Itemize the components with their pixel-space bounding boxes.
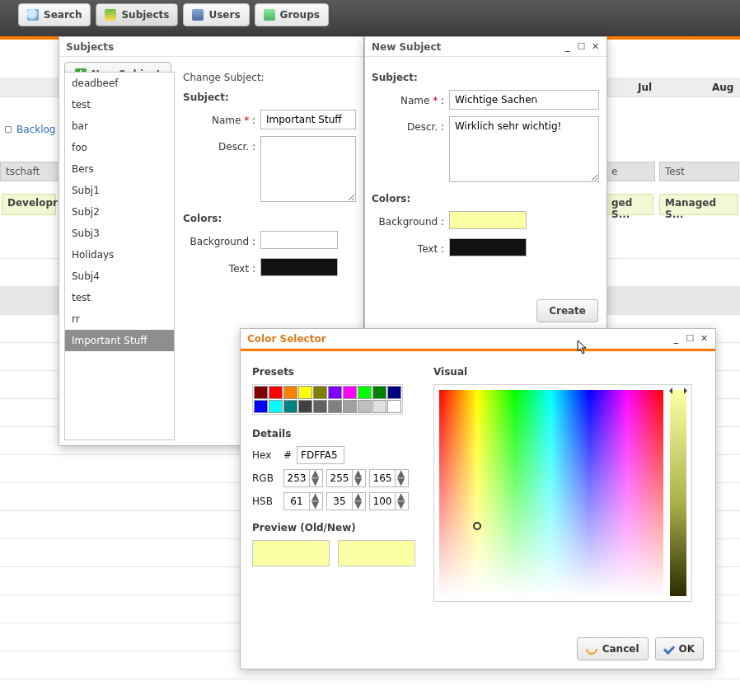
- subject-item[interactable]: deadbeef: [65, 73, 174, 94]
- value-strip[interactable]: [670, 390, 686, 596]
- subject-item[interactable]: Important Stuff: [65, 330, 174, 351]
- subjects-title: Subjects: [66, 41, 114, 53]
- chip-dev[interactable]: Developr: [2, 194, 56, 215]
- bg-swatch[interactable]: [260, 231, 338, 249]
- ns-text-swatch[interactable]: [449, 238, 527, 256]
- preset-grid[interactable]: [252, 384, 403, 415]
- hsb-b-stepper[interactable]: ▲▼: [369, 492, 409, 510]
- subject-list[interactable]: deadbeeftestbarfooBersSubj1Subj2Subj3Hol…: [64, 72, 175, 440]
- groups-button[interactable]: Groups: [255, 3, 329, 26]
- preset-swatch[interactable]: [313, 400, 327, 413]
- hex-label: Hex: [252, 449, 280, 461]
- ns-bg-label: Background :: [372, 211, 449, 228]
- subjects-button[interactable]: Subjects: [96, 3, 178, 26]
- cs-maximize-icon[interactable]: ☐: [686, 334, 695, 343]
- new-subject-form: Subject: Name * : Descr. : Colors: Backg…: [365, 57, 607, 269]
- groups-label: Groups: [280, 9, 320, 21]
- subject-item[interactable]: test: [65, 94, 174, 115]
- change-subject-heading: Change Subject:: [183, 72, 357, 83]
- subject-item[interactable]: bar: [65, 115, 174, 137]
- preset-swatch[interactable]: [372, 386, 386, 399]
- cs-minimize-icon[interactable]: _: [672, 334, 681, 343]
- preset-swatch[interactable]: [254, 386, 268, 399]
- preset-swatch[interactable]: [328, 386, 342, 399]
- chip-ms1[interactable]: ged S...: [606, 194, 653, 215]
- subject-item[interactable]: foo: [65, 137, 174, 158]
- hsb-s-stepper[interactable]: ▲▼: [326, 492, 366, 510]
- preset-swatch[interactable]: [283, 400, 297, 413]
- ok-button[interactable]: OK: [655, 637, 705, 660]
- rgb-label: RGB: [252, 472, 280, 484]
- preset-swatch[interactable]: [269, 386, 283, 399]
- users-label: Users: [208, 9, 240, 21]
- preset-swatch[interactable]: [358, 386, 372, 399]
- month-aug: Aug: [712, 82, 733, 93]
- preset-swatch[interactable]: [269, 400, 283, 413]
- preset-swatch[interactable]: [283, 386, 297, 399]
- crumb-box-icon: [5, 126, 12, 133]
- hash-label: #: [283, 449, 293, 461]
- maximize-icon[interactable]: ☐: [577, 42, 586, 51]
- hsb-label: HSB: [252, 496, 280, 507]
- cs-close-icon[interactable]: ✕: [700, 334, 709, 343]
- preset-swatch[interactable]: [358, 400, 372, 413]
- subject-item[interactable]: Bers: [65, 158, 174, 180]
- preset-swatch[interactable]: [343, 386, 357, 399]
- breadcrumb[interactable]: Backlog: [5, 124, 55, 135]
- ns-text-label: Text :: [372, 238, 449, 255]
- visual-area[interactable]: [433, 384, 692, 602]
- preset-swatch[interactable]: [328, 400, 342, 413]
- rgb-g-stepper[interactable]: ▲▼: [326, 469, 366, 487]
- col-head-2: Test: [659, 162, 739, 181]
- text-swatch[interactable]: [260, 258, 338, 276]
- preview-new-swatch: [338, 540, 415, 566]
- ns-descr-label: Descr. :: [372, 116, 449, 133]
- users-button[interactable]: Users: [183, 3, 249, 26]
- undo-icon: [583, 641, 600, 657]
- sv-canvas[interactable]: [439, 390, 663, 596]
- preset-swatch[interactable]: [254, 400, 268, 413]
- col-head-1: e: [606, 162, 655, 181]
- magnifier-icon: [27, 9, 39, 21]
- color-selector-title-bar[interactable]: Color Selector _ ☐ ✕: [241, 329, 715, 349]
- colors-heading: Colors:: [183, 213, 357, 224]
- new-subject-panel: New Subject _ ☐ ✕ Subject: Name * : Desc…: [364, 36, 607, 331]
- subject-heading: Subject:: [183, 92, 357, 103]
- subject-item[interactable]: Subj4: [65, 265, 174, 287]
- preset-swatch[interactable]: [387, 386, 401, 399]
- descr-field[interactable]: [260, 136, 356, 202]
- preset-swatch[interactable]: [343, 400, 357, 413]
- month-jul: Jul: [638, 82, 652, 93]
- preset-swatch[interactable]: [372, 400, 386, 413]
- name-field[interactable]: [260, 110, 356, 129]
- subject-item[interactable]: Subj1: [65, 180, 174, 201]
- cancel-button[interactable]: Cancel: [577, 637, 649, 660]
- subject-item[interactable]: Subj3: [65, 223, 174, 244]
- close-icon[interactable]: ✕: [591, 42, 600, 51]
- preset-swatch[interactable]: [298, 400, 312, 413]
- subject-item[interactable]: Subj2: [65, 201, 174, 223]
- subjects-label: Subjects: [121, 9, 169, 21]
- search-button[interactable]: Search: [18, 3, 91, 26]
- groups-icon: [264, 9, 275, 21]
- create-button[interactable]: Create: [536, 299, 598, 322]
- rgb-b-stepper[interactable]: ▲▼: [369, 469, 409, 487]
- ns-bg-swatch[interactable]: [449, 211, 527, 229]
- subjects-title-bar[interactable]: Subjects: [59, 37, 363, 57]
- minimize-icon[interactable]: _: [563, 42, 572, 51]
- preset-swatch[interactable]: [313, 386, 327, 399]
- hex-field[interactable]: [297, 446, 344, 464]
- chip-ms2[interactable]: Managed S...: [659, 194, 738, 215]
- check-icon: [663, 643, 674, 655]
- ns-descr-field[interactable]: [449, 116, 599, 182]
- ns-name-field[interactable]: [449, 90, 599, 110]
- subject-item[interactable]: Holidays: [65, 244, 174, 265]
- rgb-r-stepper[interactable]: ▲▼: [283, 469, 323, 487]
- subject-item[interactable]: test: [65, 287, 174, 308]
- preset-swatch[interactable]: [387, 400, 401, 413]
- hsb-h-stepper[interactable]: ▲▼: [283, 492, 323, 510]
- subject-item[interactable]: rr: [65, 308, 174, 330]
- sv-marker[interactable]: [473, 522, 481, 530]
- preset-swatch[interactable]: [298, 386, 312, 399]
- new-subject-title-bar[interactable]: New Subject _ ☐ ✕: [365, 37, 607, 57]
